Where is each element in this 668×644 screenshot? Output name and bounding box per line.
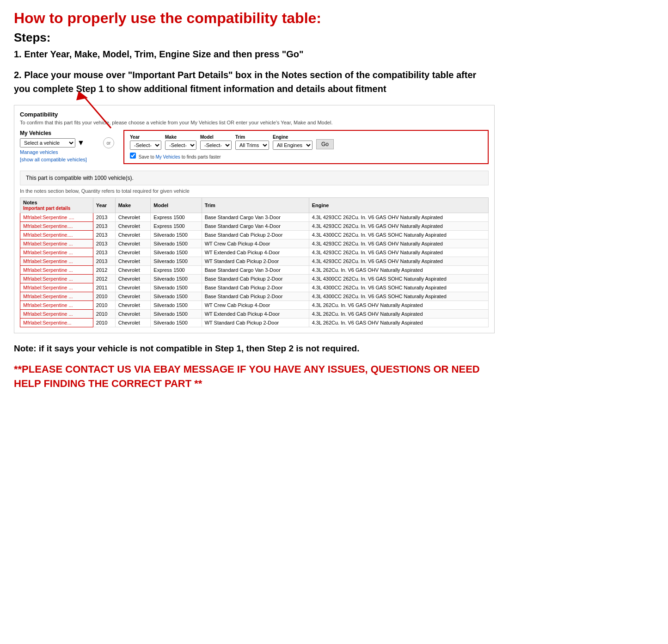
save-suffix: to finds parts faster [182, 154, 221, 159]
cell-model: Silverado 1500 [151, 275, 202, 283]
notes-cell: Mfrlabel:Serpentine ... [20, 301, 93, 310]
cell-year: 2013 [93, 213, 115, 222]
notes-cell: Mfrlabel:Serpentine... [20, 319, 93, 327]
main-title: How to properly use the compatibility ta… [14, 9, 495, 27]
sub-header: Important part details [23, 206, 70, 211]
cell-engine: 4.3L 4300CC 262Cu. In. V6 GAS SOHC Natur… [309, 231, 488, 239]
notes-cell: Mfrlabel:Serpentine .... [20, 213, 93, 222]
col-model: Model [151, 198, 202, 213]
table-row: Mfrlabel:Serpentine ...2011ChevroletSilv… [20, 283, 489, 292]
cell-model: Silverado 1500 [151, 257, 202, 266]
cell-make: Chevrolet [115, 266, 151, 275]
my-vehicles-label: My Vehicles [20, 130, 94, 136]
cell-model: Express 1500 [151, 222, 202, 231]
cell-engine: 4.3L 4293CC 262Cu. In. V6 GAS OHV Natura… [309, 248, 488, 257]
compat-subtitle: To confirm that this part fits your vehi… [20, 120, 489, 125]
cell-make: Chevrolet [115, 283, 151, 292]
note-text: Note: if it says your vehicle is not com… [14, 343, 495, 355]
go-button[interactable]: Go [316, 139, 334, 149]
notes-cell: Mfrlabel:Serpentine.... [20, 222, 93, 231]
notes-cell: Mfrlabel:Serpentine ... [20, 248, 93, 257]
table-row: Mfrlabel:Serpentine ...2012ChevroletSilv… [20, 275, 489, 283]
model-select[interactable]: -Select- [200, 141, 232, 150]
compat-title: Compatibility [20, 111, 489, 118]
trim-select[interactable]: All Trims [235, 141, 269, 150]
cell-engine: 4.3L 262Cu. In. V6 GAS OHV Naturally Asp… [309, 310, 488, 319]
table-row: Mfrlabel:Serpentine ...2012ChevroletExpr… [20, 266, 489, 275]
cell-make: Chevrolet [115, 257, 151, 266]
cell-make: Chevrolet [115, 248, 151, 257]
manage-vehicles-link[interactable]: Manage vehicles [20, 149, 94, 155]
compatible-message: This part is compatible with 1000 vehicl… [20, 171, 489, 185]
table-row: Mfrlabel:Serpentine ...2010ChevroletSilv… [20, 292, 489, 301]
cell-trim: WT Extended Cab Pickup 4-Door [202, 248, 309, 257]
engine-select[interactable]: All Engines [273, 141, 313, 150]
cell-make: Chevrolet [115, 319, 151, 327]
cell-trim: Base Standard Cab Pickup 2-Door [202, 231, 309, 239]
cell-make: Chevrolet [115, 239, 151, 248]
cell-make: Chevrolet [115, 222, 151, 231]
cell-engine: 4.3L 4300CC 262Cu. In. V6 GAS SOHC Natur… [309, 283, 488, 292]
col-engine: Engine [309, 198, 488, 213]
compat-top: My Vehicles Select a vehicle ▼ Manage ve… [20, 130, 489, 166]
notes-cell: Mfrlabel:Serpentine ... [20, 292, 93, 301]
table-row: Mfrlabel:Serpentine ....2013ChevroletExp… [20, 213, 489, 222]
step2-text: 2. Place your mouse over "Important Part… [14, 68, 495, 96]
cell-year: 2010 [93, 310, 115, 319]
select-vehicle-dropdown[interactable]: Select a vehicle [20, 138, 75, 147]
select-vehicle-row: Select a vehicle ▼ [20, 138, 94, 147]
notes-cell: Mfrlabel:Serpentine ... [20, 275, 93, 283]
cell-engine: 4.3L 4293CC 262Cu. In. V6 GAS OHV Natura… [309, 222, 488, 231]
table-row: Mfrlabel:Serpentine ...2013ChevroletSilv… [20, 257, 489, 266]
form-row: Year -Select- Make -Select- Model [130, 135, 482, 150]
save-text: Save to [139, 154, 154, 159]
quantity-note: In the notes section below, Quantity ref… [20, 188, 489, 194]
table-row: Mfrlabel:Serpentine ...2013ChevroletSilv… [20, 239, 489, 248]
cell-engine: 4.3L 4293CC 262Cu. In. V6 GAS OHV Natura… [309, 213, 488, 222]
cell-year: 2013 [93, 231, 115, 239]
cell-year: 2012 [93, 266, 115, 275]
cell-trim: WT Standard Cab Pickup 2-Door [202, 319, 309, 327]
cell-engine: 4.3L 262Cu. In. V6 GAS OHV Naturally Asp… [309, 266, 488, 275]
table-row: Mfrlabel:Serpentine....2013ChevroletExpr… [20, 222, 489, 231]
table-row: Mfrlabel:Serpentine ...2010ChevroletSilv… [20, 310, 489, 319]
arrow-container: Compatibility To confirm that this part … [14, 105, 495, 333]
cell-engine: 4.3L 4293CC 262Cu. In. V6 GAS OHV Natura… [309, 239, 488, 248]
notes-cell: Mfrlabel:Serpentine ... [20, 283, 93, 292]
save-checkbox[interactable] [130, 153, 136, 159]
engine-field: Engine All Engines [273, 135, 313, 150]
my-vehicles-link[interactable]: My Vehicles [155, 154, 180, 159]
show-all-link[interactable]: [show all compatible vehicles] [20, 157, 94, 162]
make-select[interactable]: -Select- [165, 141, 196, 150]
steps-title: Steps: [14, 31, 495, 45]
compatibility-table: Notes Important part details Year Make M… [20, 197, 489, 327]
cell-engine: 4.3L 4300CC 262Cu. In. V6 GAS SOHC Natur… [309, 292, 488, 301]
cell-year: 2010 [93, 319, 115, 327]
save-row: Save to My Vehicles to finds parts faste… [130, 153, 482, 159]
cell-make: Chevrolet [115, 292, 151, 301]
make-label: Make [165, 135, 196, 140]
cell-year: 2010 [93, 292, 115, 301]
trim-field: Trim All Trims [235, 135, 269, 150]
cell-engine: 4.3L 4293CC 262Cu. In. V6 GAS OHV Natura… [309, 257, 488, 266]
year-select[interactable]: -Select- [130, 141, 161, 150]
cell-trim: WT Crew Cab Pickup 4-Door [202, 301, 309, 310]
dropdown-arrow-icon: ▼ [77, 139, 85, 147]
cell-engine: 4.3L 4300CC 262Cu. In. V6 GAS SOHC Natur… [309, 275, 488, 283]
cell-engine: 4.3L 262Cu. In. V6 GAS OHV Naturally Asp… [309, 301, 488, 310]
cell-trim: WT Crew Cab Pickup 4-Door [202, 239, 309, 248]
cell-year: 2013 [93, 222, 115, 231]
table-body: Mfrlabel:Serpentine ....2013ChevroletExp… [20, 213, 489, 327]
trim-label: Trim [235, 135, 269, 140]
cell-engine: 4.3L 262Cu. In. V6 GAS OHV Naturally Asp… [309, 319, 488, 327]
cell-make: Chevrolet [115, 231, 151, 239]
notes-cell: Mfrlabel:Serpentine ... [20, 310, 93, 319]
notes-cell: Mfrlabel:Serpentine ... [20, 257, 93, 266]
table-row: Mfrlabel:Serpentine...2010ChevroletSilve… [20, 319, 489, 327]
cell-trim: Base Standard Cargo Van 3-Door [202, 266, 309, 275]
col-make: Make [115, 198, 151, 213]
cell-model: Express 1500 [151, 213, 202, 222]
col-trim: Trim [202, 198, 309, 213]
cell-make: Chevrolet [115, 301, 151, 310]
cell-model: Silverado 1500 [151, 301, 202, 310]
